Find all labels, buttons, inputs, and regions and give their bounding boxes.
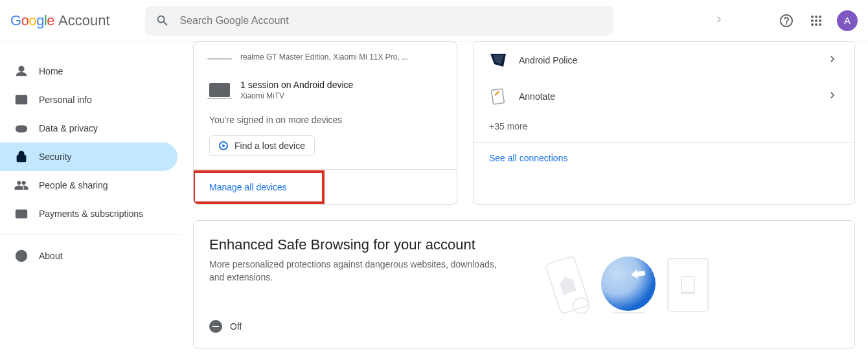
chevron-right-icon bbox=[826, 52, 839, 68]
android-police-icon bbox=[489, 51, 507, 69]
main-content: realme GT Master Edition, Xiaomi Mi 11X … bbox=[180, 41, 868, 352]
device-subtitle: Xiaomi MiTV bbox=[240, 91, 353, 100]
manage-all-devices-link[interactable]: Manage all devices bbox=[194, 172, 323, 203]
connection-row-annotate[interactable]: Annotate bbox=[474, 78, 854, 115]
device-subtitle: realme GT Master Edition, Xiaomi Mi 11X … bbox=[240, 52, 408, 62]
google-account-logo[interactable]: Google Account bbox=[10, 12, 110, 29]
sidebar-item-label: People & sharing bbox=[39, 180, 108, 190]
see-all-connections-link[interactable]: See all connections bbox=[474, 142, 854, 174]
status-label: Off bbox=[230, 321, 242, 332]
annotate-icon bbox=[489, 87, 507, 106]
sidebar-item-about[interactable]: About bbox=[0, 242, 177, 270]
sidebar-item-home[interactable]: Home bbox=[0, 57, 177, 85]
tablet-icon bbox=[667, 258, 709, 312]
phone-icon bbox=[545, 255, 591, 315]
sidebar-item-payments[interactable]: Payments & subscriptions bbox=[0, 199, 177, 228]
svg-point-0 bbox=[19, 67, 23, 71]
connection-label: Annotate bbox=[519, 91, 826, 102]
search-input[interactable] bbox=[180, 15, 602, 27]
more-connections-text: +35 more bbox=[474, 115, 854, 142]
sidebar-item-security[interactable]: Security bbox=[0, 142, 177, 171]
svg-point-4 bbox=[17, 127, 21, 131]
avatar[interactable]: A bbox=[837, 10, 858, 31]
sidebar-item-personal-info[interactable]: Personal info bbox=[0, 85, 177, 114]
sidebar-item-data-privacy[interactable]: Data & privacy bbox=[0, 114, 177, 142]
sidebar-item-label: About bbox=[39, 251, 63, 261]
account-label: Account bbox=[58, 12, 110, 29]
svg-point-2 bbox=[18, 98, 21, 100]
help-icon[interactable] bbox=[773, 8, 799, 34]
sidebar-item-people-sharing[interactable]: People & sharing bbox=[0, 171, 177, 199]
chevron-right-icon bbox=[826, 89, 839, 104]
safe-browsing-description: More personalized protections against da… bbox=[209, 258, 507, 284]
header: Google Account A bbox=[0, 0, 868, 41]
connections-card: Android Police Annotate +35 more See all… bbox=[473, 41, 855, 205]
safe-browsing-illustration bbox=[527, 236, 734, 333]
target-icon bbox=[219, 141, 228, 150]
find-lost-device-button[interactable]: Find a lost device bbox=[209, 135, 315, 156]
more-sessions-text: You're signed in on more devices bbox=[194, 109, 457, 135]
device-title: 1 session on Android device bbox=[240, 80, 353, 90]
devices-card: realme GT Master Edition, Xiaomi Mi 11X … bbox=[193, 41, 457, 205]
sidebar-divider bbox=[0, 234, 180, 235]
globe-icon bbox=[601, 256, 656, 311]
tv-icon bbox=[209, 83, 230, 97]
connection-row-android-police[interactable]: Android Police bbox=[474, 42, 854, 78]
connection-label: Android Police bbox=[519, 55, 826, 65]
apps-grid-icon[interactable] bbox=[803, 8, 829, 34]
sidebar-item-label: Data & privacy bbox=[39, 123, 98, 133]
sidebar-item-label: Payments & subscriptions bbox=[39, 209, 143, 219]
search-icon bbox=[155, 14, 170, 28]
google-logo: Google bbox=[10, 12, 54, 29]
status-off-icon bbox=[209, 320, 222, 333]
device-row[interactable]: 1 session on Android device Xiaomi MiTV bbox=[194, 71, 457, 109]
find-lost-device-label: Find a lost device bbox=[234, 141, 305, 151]
svg-rect-10 bbox=[492, 89, 505, 104]
safe-browsing-title: Enhanced Safe Browsing for your account bbox=[209, 236, 507, 253]
sidebar-nav: Home Personal info Data & privacy Securi… bbox=[0, 41, 180, 352]
svg-rect-5 bbox=[17, 155, 26, 161]
tv-icon bbox=[209, 55, 230, 58]
sidebar-item-label: Security bbox=[39, 152, 72, 162]
svg-rect-6 bbox=[16, 211, 27, 218]
chevron-right-icon[interactable] bbox=[707, 8, 731, 34]
search-bar[interactable] bbox=[145, 6, 613, 36]
sidebar-item-label: Personal info bbox=[39, 95, 92, 105]
device-row[interactable]: realme GT Master Edition, Xiaomi Mi 11X … bbox=[194, 42, 457, 71]
safe-browsing-card[interactable]: Enhanced Safe Browsing for your account … bbox=[193, 220, 855, 349]
sidebar-item-label: Home bbox=[39, 66, 63, 76]
